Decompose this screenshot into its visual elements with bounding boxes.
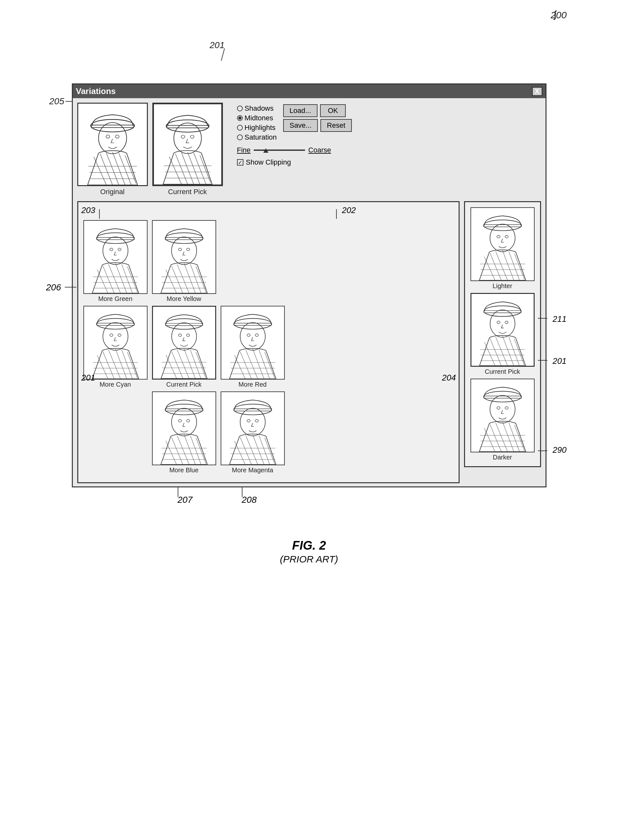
current-pick-top-cell: Current Pick <box>152 103 223 196</box>
variation-more-magenta[interactable]: More Magenta <box>221 391 285 474</box>
svg-point-88 <box>255 334 258 337</box>
radio-midtones[interactable]: Midtones <box>237 114 277 122</box>
dialog-window: Variations X <box>72 83 547 488</box>
reset-button[interactable]: Reset <box>320 119 352 132</box>
svg-line-61 <box>97 355 108 379</box>
darker-svg <box>471 379 534 452</box>
svg-line-149 <box>509 337 519 366</box>
svg-line-66 <box>127 352 137 378</box>
arrow-201-right <box>538 360 547 361</box>
more-red-img[interactable] <box>221 306 285 379</box>
svg-line-89 <box>235 355 245 379</box>
svg-point-18 <box>190 135 194 138</box>
svg-point-60 <box>118 334 121 337</box>
current-pick-right-img[interactable] <box>471 293 535 367</box>
svg-line-77 <box>177 350 189 378</box>
svg-point-116 <box>255 420 258 422</box>
more-magenta-img[interactable] <box>221 391 285 465</box>
radio-saturation[interactable]: Saturation <box>237 133 277 141</box>
arrow-206 <box>65 287 76 287</box>
slider-track[interactable] <box>254 150 305 151</box>
svg-line-21 <box>181 153 193 184</box>
svg-point-3 <box>106 135 110 138</box>
arrow-290 <box>538 450 547 451</box>
svg-rect-71 <box>165 323 202 326</box>
variation-current-pick-right[interactable]: Current Pick <box>470 293 535 375</box>
svg-line-136 <box>514 253 524 280</box>
dialog-title: Variations <box>76 86 116 96</box>
variation-more-green[interactable]: More Green <box>83 220 147 303</box>
more-yellow-svg <box>153 221 215 293</box>
more-green-svg <box>84 221 147 293</box>
svg-line-75 <box>166 355 177 379</box>
slider-thumb[interactable] <box>263 148 269 153</box>
svg-line-94 <box>264 352 275 378</box>
fig-caption: FIG. 2 <box>280 539 338 553</box>
ref-206: 206 <box>46 282 61 293</box>
lighter-img[interactable] <box>471 207 535 281</box>
more-blue-img[interactable] <box>152 391 216 465</box>
more-green-label: More Green <box>98 295 132 303</box>
ok-button[interactable]: OK <box>320 104 346 117</box>
current-pick-right-svg <box>471 294 534 366</box>
svg-point-84 <box>234 319 272 329</box>
more-green-img[interactable] <box>83 220 147 294</box>
variation-lighter[interactable]: Lighter <box>470 207 535 290</box>
dialog-top-section: Original <box>73 98 545 198</box>
radio-highlights[interactable]: Highlights <box>237 123 277 132</box>
svg-rect-155 <box>484 396 521 398</box>
darker-img[interactable] <box>471 379 535 452</box>
current-pick-top-svg <box>154 104 221 184</box>
variation-more-yellow[interactable]: More Yellow <box>152 220 216 303</box>
radio-label-midtones: Midtones <box>245 114 273 122</box>
svg-point-42 <box>165 233 203 244</box>
more-blue-label: More Blue <box>169 467 199 474</box>
svg-line-47 <box>166 269 177 293</box>
svg-line-164 <box>514 425 524 451</box>
svg-point-45 <box>178 248 181 251</box>
more-cyan-img[interactable] <box>83 306 147 379</box>
variation-darker[interactable]: Darker <box>470 379 535 461</box>
current-pick-mid-img[interactable] <box>152 306 216 379</box>
current-pick-top-image[interactable] <box>152 103 223 186</box>
variation-more-blue[interactable]: More Blue <box>152 391 216 474</box>
variations-right-col: Lighter <box>464 201 541 467</box>
svg-point-4 <box>115 135 119 138</box>
svg-line-65 <box>122 350 132 379</box>
svg-line-52 <box>196 266 206 292</box>
svg-line-134 <box>502 251 514 280</box>
variation-current-pick-mid[interactable]: Current Pick <box>152 306 216 388</box>
svg-line-63 <box>108 350 120 379</box>
variations-main-section: 203 202 <box>73 198 545 486</box>
spacer-row3 <box>83 391 147 474</box>
close-button[interactable]: X <box>532 87 542 96</box>
ref-203-inside: 203 <box>82 205 95 215</box>
show-clipping-checkbox[interactable]: ✓ <box>237 159 244 165</box>
svg-point-59 <box>110 334 113 337</box>
arrow-208 <box>242 488 242 497</box>
svg-point-17 <box>181 135 184 138</box>
original-image-cell: Original <box>77 103 148 196</box>
svg-point-28 <box>97 233 134 244</box>
ref-202-inside: 202 <box>342 205 356 215</box>
variation-more-red[interactable]: More Red <box>221 306 285 388</box>
svg-line-48 <box>171 266 183 293</box>
svg-point-143 <box>497 321 500 324</box>
more-red-label: More Red <box>239 381 267 388</box>
svg-point-130 <box>505 235 508 238</box>
radio-label-highlights: Highlights <box>245 123 276 132</box>
more-yellow-img[interactable] <box>152 220 216 294</box>
svg-point-14 <box>166 120 209 132</box>
more-magenta-svg <box>221 392 284 465</box>
svg-rect-1 <box>91 125 134 128</box>
load-button[interactable]: Load... <box>283 104 318 117</box>
save-button[interactable]: Save... <box>283 119 318 132</box>
svg-point-46 <box>186 248 190 251</box>
original-image-box[interactable] <box>77 103 148 186</box>
radio-circle-highlights <box>237 125 243 131</box>
radio-shadows[interactable]: Shadows <box>237 104 277 113</box>
svg-line-159 <box>484 428 495 452</box>
ref-211: 211 <box>553 314 566 324</box>
top-images-area: Original <box>77 103 223 196</box>
fig-caption-area: FIG. 2 (PRIOR ART) <box>280 526 338 565</box>
